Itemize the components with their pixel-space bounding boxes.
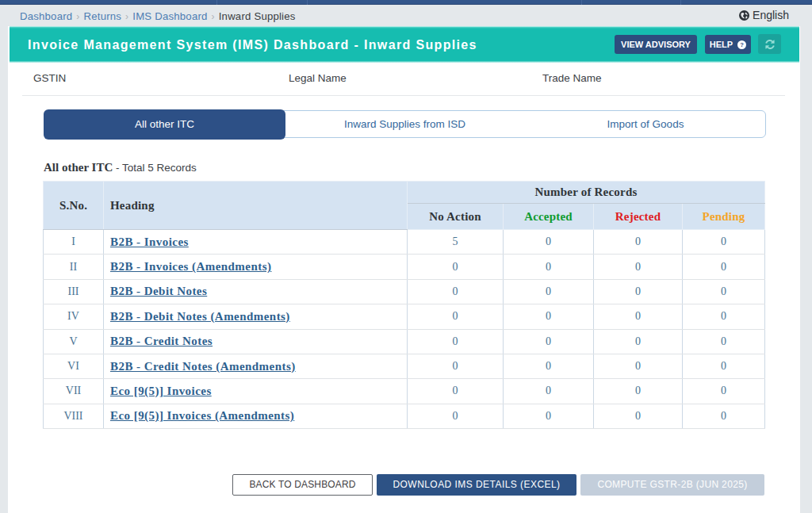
svg-text:?: ? — [740, 41, 744, 48]
